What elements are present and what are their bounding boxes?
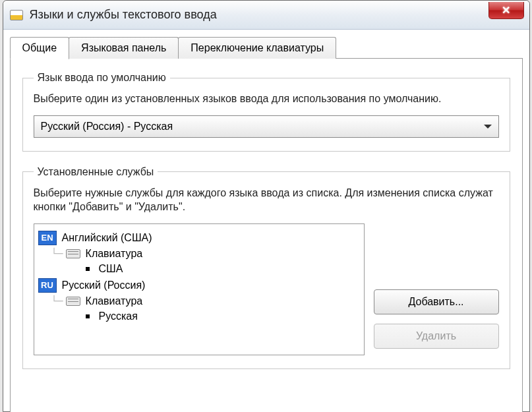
tree-layout-ru[interactable]: Русская bbox=[38, 309, 360, 324]
close-icon: ✕ bbox=[502, 4, 510, 16]
default-language-dropdown[interactable]: Русский (Россия) - Русская bbox=[34, 115, 499, 138]
default-language-legend: Язык ввода по умолчанию bbox=[34, 72, 170, 84]
window-title: Языки и службы текстового ввода bbox=[30, 8, 217, 22]
layout-name-ru: Русская bbox=[99, 310, 138, 322]
tabstrip: Общие Языковая панель Переключение клави… bbox=[10, 37, 523, 59]
tree-connector-icon: └─ bbox=[51, 248, 63, 260]
tab-language-bar[interactable]: Языковая панель bbox=[69, 37, 179, 59]
lang-name-en: Английский (США) bbox=[62, 232, 152, 244]
tree-keyboard-en[interactable]: └─ Клавиатура bbox=[38, 247, 360, 261]
installed-services-legend: Установленные службы bbox=[34, 166, 158, 178]
installed-services-group: Установленные службы Выберите нужные слу… bbox=[22, 166, 510, 369]
services-tree[interactable]: EN Английский (США) └─ Клавиатура США bbox=[34, 223, 365, 355]
keyboard-label-ru: Клавиатура bbox=[86, 295, 143, 307]
default-language-desc: Выберите один из установленных языков вв… bbox=[34, 92, 499, 106]
add-button[interactable]: Добавить... bbox=[374, 289, 499, 314]
tree-layout-en[interactable]: США bbox=[38, 261, 360, 277]
services-row: EN Английский (США) └─ Клавиатура США bbox=[34, 223, 499, 355]
keyboard-icon bbox=[66, 297, 80, 306]
chevron-down-icon bbox=[484, 125, 492, 129]
keyboard-label-en: Клавиатура bbox=[86, 248, 143, 260]
layout-name-en: США bbox=[99, 263, 123, 275]
tree-keyboard-ru[interactable]: └─ Клавиатура bbox=[38, 294, 360, 309]
installed-services-desc: Выберите нужные службы для каждого языка… bbox=[34, 186, 499, 214]
lang-name-ru: Русский (Россия) bbox=[62, 280, 146, 291]
default-language-group: Язык ввода по умолчанию Выберите один из… bbox=[22, 72, 510, 152]
default-language-selected: Русский (Россия) - Русская bbox=[41, 121, 173, 132]
close-button[interactable]: ✕ bbox=[488, 2, 524, 19]
tree-lang-en[interactable]: EN Английский (США) bbox=[38, 229, 360, 247]
lang-badge-en: EN bbox=[38, 231, 57, 245]
keyboard-icon bbox=[66, 249, 80, 258]
delete-button: Удалить bbox=[374, 324, 499, 349]
tree-lang-ru[interactable]: RU Русский (Россия) bbox=[38, 277, 360, 294]
bullet-icon bbox=[86, 267, 90, 271]
services-button-column: Добавить... Удалить bbox=[374, 223, 499, 355]
tab-panel-general: Язык ввода по умолчанию Выберите один из… bbox=[10, 58, 523, 412]
bullet-icon bbox=[86, 314, 90, 318]
tree-connector-icon: └─ bbox=[51, 295, 63, 307]
content-area: Общие Языковая панель Переключение клави… bbox=[10, 37, 523, 411]
dialog-window: Языки и службы текстового ввода ✕ Общие … bbox=[3, 0, 530, 412]
titlebar: Языки и службы текстового ввода ✕ bbox=[3, 1, 529, 30]
tab-general[interactable]: Общие bbox=[10, 37, 70, 59]
app-icon bbox=[10, 10, 23, 20]
lang-badge-ru: RU bbox=[38, 278, 57, 293]
tab-keyboard-switch[interactable]: Переключение клавиатуры bbox=[178, 37, 336, 59]
